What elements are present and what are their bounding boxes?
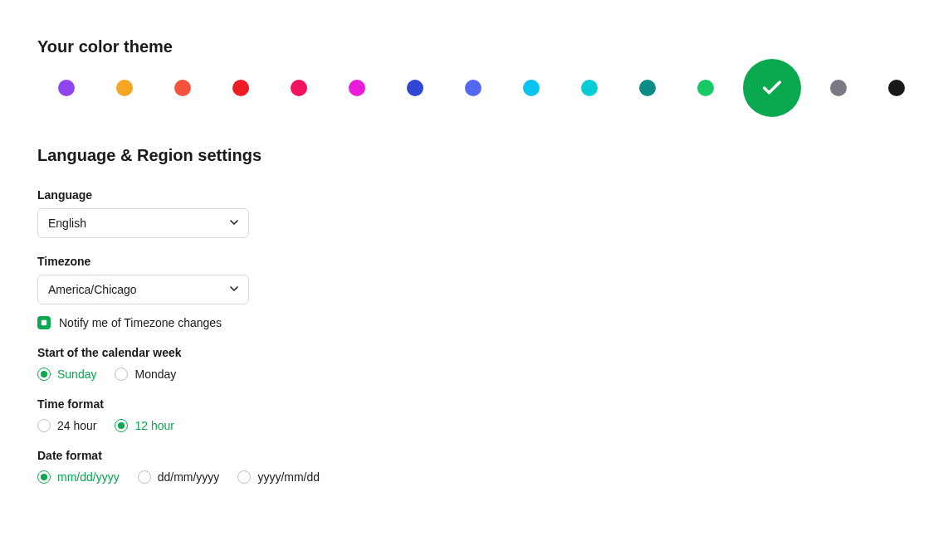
- color-swatch-teal[interactable]: [639, 80, 656, 96]
- start-of-week-label: Start of the calendar week: [37, 346, 911, 359]
- date-format-radio-label-0: mm/dd/yyyy: [57, 470, 120, 484]
- start-of-week-option-0[interactable]: Sunday: [37, 368, 96, 381]
- color-swatch-gray[interactable]: [830, 80, 847, 96]
- color-swatch-teal-light[interactable]: [581, 80, 598, 96]
- check-icon: [760, 76, 784, 100]
- date-format-label: Date format: [37, 449, 911, 462]
- color-swatch-deep-orange[interactable]: [174, 80, 191, 96]
- date-format-radio-label-1: dd/mm/yyyy: [158, 470, 220, 484]
- color-swatch-cyan[interactable]: [523, 80, 540, 96]
- color-swatch-indigo[interactable]: [465, 80, 481, 96]
- time-format-radio-label-0: 24 hour: [57, 419, 96, 432]
- timezone-label: Timezone: [37, 255, 911, 268]
- language-select[interactable]: English: [37, 208, 249, 238]
- start-of-week-radio-label-1: Monday: [134, 368, 176, 381]
- timezone-notify-label: Notify me of Timezone changes: [59, 316, 222, 329]
- date-format-radio-0[interactable]: [37, 470, 51, 484]
- color-swatch-pink[interactable]: [291, 80, 307, 96]
- color-swatch-blue[interactable]: [407, 80, 423, 96]
- color-swatch-black[interactable]: [888, 80, 905, 96]
- color-theme-title: Your color theme: [37, 37, 911, 56]
- language-select-wrapper: English: [37, 208, 249, 238]
- time-format-label: Time format: [37, 397, 911, 411]
- timezone-notify-checkbox[interactable]: [37, 316, 51, 329]
- start-of-week-radio-0[interactable]: [37, 368, 51, 381]
- date-format-field: Date format mm/dd/yyyydd/mm/yyyyyyyy/mm/…: [37, 449, 911, 484]
- svg-rect-0: [42, 320, 46, 325]
- date-format-option-1[interactable]: dd/mm/yyyy: [138, 470, 220, 484]
- color-swatches-row: [37, 80, 911, 96]
- time-format-option-1[interactable]: 12 hour: [115, 419, 173, 432]
- timezone-select-wrapper: America/Chicago: [37, 275, 249, 304]
- color-swatch-purple[interactable]: [58, 80, 75, 96]
- language-region-title: Language & Region settings: [37, 146, 911, 165]
- date-format-radio-2[interactable]: [237, 470, 251, 484]
- color-swatch-green-light[interactable]: [697, 80, 714, 96]
- time-format-radio-1[interactable]: [115, 419, 128, 432]
- date-format-options: mm/dd/yyyydd/mm/yyyyyyyy/mm/dd: [37, 470, 911, 484]
- color-swatch-orange[interactable]: [116, 80, 133, 96]
- time-format-field: Time format 24 hour12 hour: [37, 397, 911, 432]
- time-format-option-0[interactable]: 24 hour: [37, 419, 96, 432]
- date-format-option-0[interactable]: mm/dd/yyyy: [37, 470, 120, 484]
- start-of-week-field: Start of the calendar week SundayMonday: [37, 346, 911, 381]
- date-format-radio-label-2: yyyy/mm/dd: [257, 470, 320, 484]
- timezone-select[interactable]: America/Chicago: [37, 275, 249, 304]
- language-label: Language: [37, 188, 911, 202]
- start-of-week-options: SundayMonday: [37, 368, 911, 381]
- date-format-option-2[interactable]: yyyy/mm/dd: [237, 470, 320, 484]
- timezone-notify-row: Notify me of Timezone changes: [37, 316, 911, 329]
- date-format-radio-1[interactable]: [138, 470, 151, 484]
- start-of-week-radio-label-0: Sunday: [57, 368, 96, 381]
- time-format-radio-0[interactable]: [37, 419, 51, 432]
- color-swatch-green[interactable]: [743, 59, 801, 117]
- color-swatch-red[interactable]: [232, 80, 249, 96]
- time-format-options: 24 hour12 hour: [37, 419, 911, 432]
- start-of-week-option-1[interactable]: Monday: [115, 368, 176, 381]
- start-of-week-radio-1[interactable]: [115, 368, 128, 381]
- color-swatch-magenta[interactable]: [349, 80, 365, 96]
- language-field: Language English: [37, 188, 911, 238]
- time-format-radio-label-1: 12 hour: [134, 419, 173, 432]
- timezone-field: Timezone America/Chicago Notify me of Ti…: [37, 255, 911, 329]
